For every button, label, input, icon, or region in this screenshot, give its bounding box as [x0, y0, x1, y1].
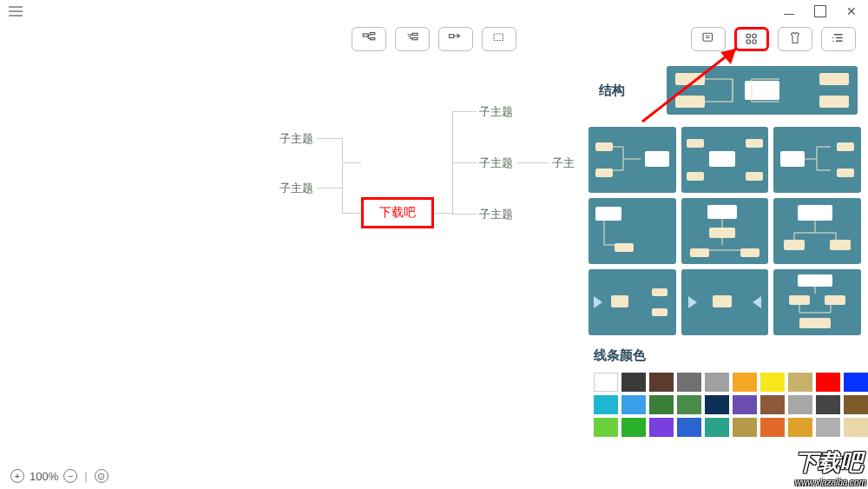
color-swatch[interactable]	[705, 395, 729, 414]
color-swatch[interactable]	[844, 418, 868, 437]
center-node[interactable]: 下载吧	[361, 197, 434, 228]
zoom-out-button[interactable]: −	[63, 469, 77, 483]
structure-option-7[interactable]	[589, 269, 676, 335]
topic-tree-icon	[361, 31, 377, 47]
connector	[317, 188, 343, 188]
color-swatch[interactable]	[788, 373, 812, 392]
structure-option-6[interactable]	[773, 198, 861, 264]
zoom-in-button[interactable]: +	[10, 469, 24, 483]
color-swatch[interactable]	[788, 418, 812, 437]
tb-insert-topic-button[interactable]	[352, 27, 386, 51]
connector	[452, 162, 477, 163]
node-left-2[interactable]: 子主题	[279, 181, 313, 196]
node-right-3[interactable]: 子主题	[479, 207, 513, 222]
connector	[452, 214, 477, 215]
color-swatch[interactable]	[705, 418, 729, 437]
structure-option-1[interactable]	[589, 127, 676, 193]
mindmap-canvas[interactable]: 下载吧 子主题 子主题 子主题 子主题 子主题 子主	[0, 56, 582, 463]
color-swatch[interactable]	[621, 418, 646, 437]
color-swatch[interactable]	[788, 395, 812, 414]
grid4-icon	[744, 31, 760, 47]
svg-rect-0	[363, 34, 368, 36]
zoom-level-label: 100%	[30, 470, 58, 483]
color-swatch[interactable]	[621, 395, 646, 414]
structure-option-3[interactable]	[773, 127, 861, 193]
relationship-icon	[448, 31, 464, 47]
color-swatch[interactable]	[677, 373, 701, 392]
svg-point-10	[753, 34, 757, 38]
tb-structure-button[interactable]	[734, 27, 769, 51]
svg-point-12	[753, 40, 757, 44]
color-swatch[interactable]	[649, 373, 674, 392]
svg-point-14	[832, 41, 834, 43]
color-swatch[interactable]	[816, 373, 840, 392]
color-swatch[interactable]	[594, 373, 618, 392]
structure-option-9[interactable]	[773, 269, 861, 335]
subtopic-icon: T	[404, 31, 420, 47]
color-swatch[interactable]	[760, 395, 785, 414]
tb-insert-subtopic-button[interactable]: T	[395, 27, 430, 51]
svg-point-11	[746, 40, 751, 44]
color-swatch[interactable]	[844, 373, 868, 392]
structure-current-preview[interactable]	[667, 66, 858, 115]
color-swatch[interactable]	[677, 418, 701, 437]
color-swatch[interactable]	[733, 418, 757, 437]
tb-theme-button[interactable]	[778, 27, 812, 51]
menu-icon[interactable]	[9, 6, 23, 17]
color-grid	[589, 373, 861, 437]
color-swatch[interactable]	[760, 373, 785, 392]
shirt-icon	[787, 31, 803, 47]
svg-rect-8	[703, 33, 713, 41]
structure-option-2[interactable]	[681, 127, 769, 193]
window-minimize-button[interactable]	[783, 5, 795, 17]
svg-point-13	[832, 37, 834, 39]
svg-rect-7	[494, 34, 503, 41]
tb-relationship-button[interactable]	[438, 27, 473, 51]
color-swatch[interactable]	[649, 395, 674, 414]
tb-format-button[interactable]	[691, 27, 726, 51]
status-bar: + 100% − | ⊙	[0, 463, 108, 489]
color-swatch[interactable]	[816, 395, 840, 414]
svg-rect-2	[371, 38, 375, 40]
fit-view-button[interactable]: ⊙	[95, 469, 108, 483]
structure-option-5[interactable]	[681, 198, 769, 264]
color-swatch[interactable]	[594, 418, 618, 437]
tb-outline-button[interactable]	[821, 27, 856, 51]
connector	[434, 213, 453, 214]
window-close-button[interactable]	[845, 5, 858, 17]
line-color-title: 线条颜色	[594, 347, 861, 364]
color-swatch[interactable]	[816, 418, 840, 437]
connector	[342, 213, 361, 214]
svg-rect-1	[371, 33, 375, 35]
window-maximize-button[interactable]	[814, 5, 826, 17]
color-swatch[interactable]	[677, 395, 701, 414]
node-far-right[interactable]: 子主	[552, 155, 575, 171]
color-swatch[interactable]	[733, 373, 757, 392]
svg-rect-6	[450, 35, 454, 38]
svg-rect-5	[412, 38, 418, 40]
connector	[517, 162, 549, 163]
color-swatch[interactable]	[594, 395, 618, 414]
structure-section-title: 结构	[592, 83, 661, 99]
separator: |	[84, 470, 87, 483]
node-right-2[interactable]: 子主题	[479, 155, 513, 171]
color-swatch[interactable]	[844, 395, 868, 414]
structure-option-8[interactable]	[681, 269, 769, 335]
color-swatch[interactable]	[760, 418, 785, 437]
node-right-1[interactable]: 子主题	[479, 104, 513, 120]
connector	[452, 111, 477, 112]
svg-point-9	[746, 34, 751, 38]
node-left-1[interactable]: 子主题	[279, 131, 313, 147]
format-icon	[700, 31, 716, 47]
side-panel: 结构	[582, 56, 868, 489]
connector	[342, 162, 343, 213]
color-swatch[interactable]	[621, 373, 646, 392]
svg-rect-4	[412, 33, 418, 35]
color-swatch[interactable]	[649, 418, 674, 437]
color-swatch[interactable]	[733, 395, 757, 414]
tb-boundary-button[interactable]	[482, 27, 516, 51]
structure-option-4[interactable]	[589, 198, 676, 264]
list-icon	[831, 31, 846, 47]
connector	[342, 162, 361, 163]
color-swatch[interactable]	[705, 373, 729, 392]
